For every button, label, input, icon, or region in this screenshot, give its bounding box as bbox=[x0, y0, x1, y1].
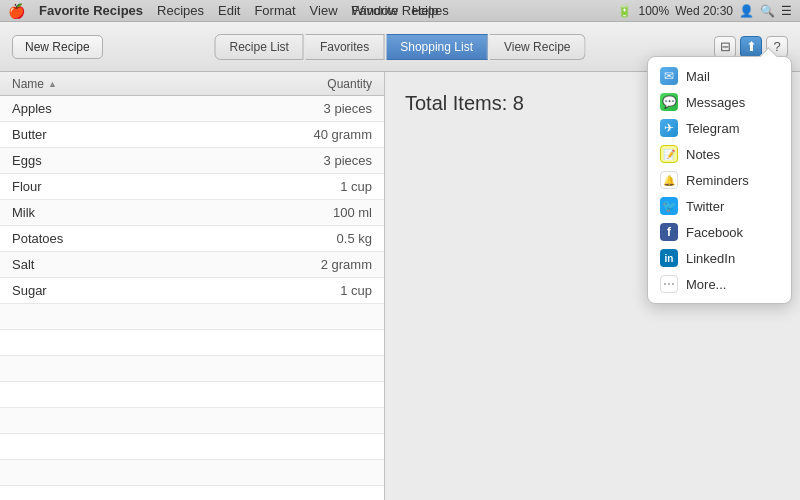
linkedin-icon: in bbox=[660, 249, 678, 267]
apple-menu[interactable]: 🍎 bbox=[8, 3, 25, 19]
cell-name: Flour bbox=[0, 179, 264, 194]
column-header-name[interactable]: Name ▲ bbox=[0, 77, 264, 91]
mail-label: Mail bbox=[686, 69, 710, 84]
table-row[interactable]: Milk 100 ml bbox=[0, 200, 384, 226]
reminders-icon: 🔔 bbox=[660, 171, 678, 189]
menu-edit[interactable]: Edit bbox=[218, 3, 240, 18]
app-menu[interactable]: Favorite Recipes bbox=[39, 3, 143, 18]
share-more[interactable]: ⋯ More... bbox=[648, 271, 791, 297]
cell-name: Sugar bbox=[0, 283, 264, 298]
share-twitter[interactable]: 🐦 Twitter bbox=[648, 193, 791, 219]
twitter-label: Twitter bbox=[686, 199, 724, 214]
tab-favorites[interactable]: Favorites bbox=[306, 34, 384, 60]
new-recipe-button[interactable]: New Recipe bbox=[12, 35, 103, 59]
table-row-empty bbox=[0, 330, 384, 356]
telegram-label: Telegram bbox=[686, 121, 739, 136]
table-row[interactable]: Potatoes 0.5 kg bbox=[0, 226, 384, 252]
menu-recipes[interactable]: Recipes bbox=[157, 3, 204, 18]
twitter-icon: 🐦 bbox=[660, 197, 678, 215]
table-row[interactable]: Apples 3 pieces bbox=[0, 96, 384, 122]
share-linkedin[interactable]: in LinkedIn bbox=[648, 245, 791, 271]
tab-view-recipe[interactable]: View Recipe bbox=[490, 34, 585, 60]
cell-quantity: 40 gramm bbox=[264, 127, 384, 142]
cell-quantity: 3 pieces bbox=[264, 101, 384, 116]
cell-name: Apples bbox=[0, 101, 264, 116]
linkedin-label: LinkedIn bbox=[686, 251, 735, 266]
cell-quantity: 1 cup bbox=[264, 283, 384, 298]
table-row-empty bbox=[0, 408, 384, 434]
column-header-quantity[interactable]: Quantity bbox=[264, 77, 384, 91]
share-facebook[interactable]: f Facebook bbox=[648, 219, 791, 245]
facebook-icon: f bbox=[660, 223, 678, 241]
battery-icon: 🔋 bbox=[617, 4, 632, 18]
share-messages[interactable]: 💬 Messages bbox=[648, 89, 791, 115]
more-icon: ⋯ bbox=[660, 275, 678, 293]
table-row-empty bbox=[0, 434, 384, 460]
reminders-label: Reminders bbox=[686, 173, 749, 188]
more-label: More... bbox=[686, 277, 726, 292]
sort-arrow-icon: ▲ bbox=[48, 79, 57, 89]
messages-icon: 💬 bbox=[660, 93, 678, 111]
table-row-empty bbox=[0, 382, 384, 408]
cell-quantity: 100 ml bbox=[264, 205, 384, 220]
left-panel: Name ▲ Quantity Apples 3 pieces Butter 4… bbox=[0, 72, 385, 500]
cell-name: Salt bbox=[0, 257, 264, 272]
tab-bar: Recipe List Favorites Shopping List View… bbox=[215, 34, 586, 60]
share-mail[interactable]: ✉ Mail bbox=[648, 63, 791, 89]
share-reminders[interactable]: 🔔 Reminders bbox=[648, 167, 791, 193]
menubar-right: 🔋 100% Wed 20:30 👤 🔍 ☰ bbox=[617, 4, 792, 18]
column-name-label: Name bbox=[12, 77, 44, 91]
cell-quantity: 0.5 kg bbox=[264, 231, 384, 246]
user-icon: 👤 bbox=[739, 4, 754, 18]
table-row-empty bbox=[0, 304, 384, 330]
cell-quantity: 2 gramm bbox=[264, 257, 384, 272]
battery-level: 100% bbox=[638, 4, 669, 18]
cell-quantity: 3 pieces bbox=[264, 153, 384, 168]
share-button[interactable]: ⬆ bbox=[740, 36, 762, 58]
table-row[interactable]: Flour 1 cup bbox=[0, 174, 384, 200]
cell-name: Potatoes bbox=[0, 231, 264, 246]
menu-view[interactable]: View bbox=[310, 3, 338, 18]
control-center-icon[interactable]: ☰ bbox=[781, 4, 792, 18]
notes-label: Notes bbox=[686, 147, 720, 162]
table-row[interactable]: Eggs 3 pieces bbox=[0, 148, 384, 174]
cell-name: Butter bbox=[0, 127, 264, 142]
cell-name: Milk bbox=[0, 205, 264, 220]
table-body: Apples 3 pieces Butter 40 gramm Eggs 3 p… bbox=[0, 96, 384, 500]
table-row[interactable]: Sugar 1 cup bbox=[0, 278, 384, 304]
table-header: Name ▲ Quantity bbox=[0, 72, 384, 96]
notes-icon: 📝 bbox=[660, 145, 678, 163]
menubar: 🍎 Favorite Recipes Recipes Edit Format V… bbox=[0, 0, 800, 22]
tab-recipe-list[interactable]: Recipe List bbox=[215, 34, 304, 60]
facebook-label: Facebook bbox=[686, 225, 743, 240]
table-row[interactable]: Butter 40 gramm bbox=[0, 122, 384, 148]
table-row[interactable]: Salt 2 gramm bbox=[0, 252, 384, 278]
mail-icon: ✉ bbox=[660, 67, 678, 85]
share-notes[interactable]: 📝 Notes bbox=[648, 141, 791, 167]
share-popover: ✉ Mail 💬 Messages ✈ Telegram 📝 Notes 🔔 R… bbox=[647, 56, 792, 304]
search-icon[interactable]: 🔍 bbox=[760, 4, 775, 18]
window-minimize-icon[interactable]: ⊟ bbox=[714, 36, 736, 58]
clock: Wed 20:30 bbox=[675, 4, 733, 18]
share-telegram[interactable]: ✈ Telegram bbox=[648, 115, 791, 141]
menu-format[interactable]: Format bbox=[254, 3, 295, 18]
telegram-icon: ✈ bbox=[660, 119, 678, 137]
tab-shopping-list[interactable]: Shopping List bbox=[386, 34, 488, 60]
cell-name: Eggs bbox=[0, 153, 264, 168]
messages-label: Messages bbox=[686, 95, 745, 110]
toolbar-right-icons: ⊟ ⬆ ? bbox=[714, 36, 788, 58]
cell-quantity: 1 cup bbox=[264, 179, 384, 194]
table-row-empty bbox=[0, 460, 384, 486]
menubar-title: Favorite Recipes bbox=[351, 3, 449, 18]
table-row-empty bbox=[0, 356, 384, 382]
